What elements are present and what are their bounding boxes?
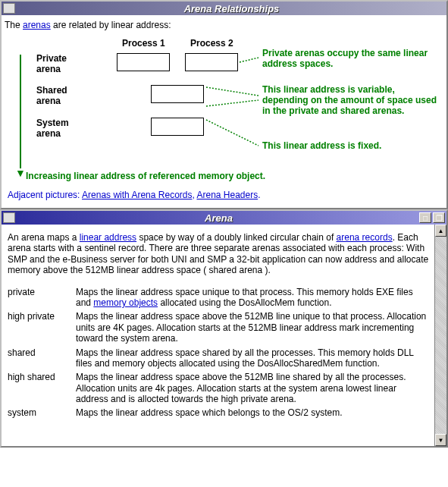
scroll-down-button[interactable]: ▼ xyxy=(435,434,446,446)
restore-button[interactable]: ❐ xyxy=(433,212,445,223)
intro-post: are related by linear address: xyxy=(51,20,171,30)
definition-list: private Maps the linear address space un… xyxy=(8,287,430,419)
window-title: Arena xyxy=(18,212,419,224)
term-shared: shared xyxy=(8,347,76,369)
adj-label: Adjacent pictures: xyxy=(8,190,82,200)
intro-paragraph: An arena maps a linear address space by … xyxy=(8,232,430,276)
memory-objects-link[interactable]: memory objects xyxy=(93,297,158,308)
term-high-private: high private xyxy=(8,311,76,344)
def-system: Maps the linear address space which belo… xyxy=(76,407,430,418)
window-arena: Arena □ ❐ An arena maps a linear address… xyxy=(0,209,448,448)
scroll-up-button[interactable]: ▲ xyxy=(435,225,446,237)
linear-address-link[interactable]: linear address xyxy=(80,232,136,243)
svg-line-3 xyxy=(206,120,258,146)
system-menu-icon[interactable] xyxy=(3,3,15,14)
term-private: private xyxy=(8,287,76,309)
annotation-increasing: Increasing linear address of referenced … xyxy=(26,171,265,182)
term-high-shared: high shared xyxy=(8,372,76,404)
svg-line-2 xyxy=(206,100,258,106)
def-shared: Maps the linear address space shared by … xyxy=(76,347,430,369)
def-high-shared: Maps the linear address space above the … xyxy=(76,372,430,404)
inner-body: An arena maps a linear address space by … xyxy=(2,225,446,446)
content-area: An arena maps a linear address space by … xyxy=(2,225,434,446)
scroll-track[interactable] xyxy=(435,237,446,434)
annotation-private: Private arenas occupy the same linear ad… xyxy=(262,49,433,70)
term-system: system xyxy=(8,407,76,418)
titlebar-buttons: □ ❐ xyxy=(419,212,445,223)
adj-link-1[interactable]: Arenas with Arena Records xyxy=(82,190,192,200)
adj-end: . xyxy=(258,190,260,200)
titlebar: Arena Relationships xyxy=(2,2,446,15)
maximize-button[interactable]: □ xyxy=(419,212,431,223)
arena-records-link[interactable]: arena records xyxy=(337,232,393,243)
annotation-fixed: This linear address is fixed. xyxy=(262,141,433,152)
arenas-link[interactable]: arenas xyxy=(23,20,51,30)
arena-diagram: ▼ Process 1 Process 2 Private arena Shar… xyxy=(5,38,443,190)
p-a: An arena maps a xyxy=(8,232,80,243)
adj-link-2[interactable]: Arena Headers xyxy=(196,190,258,200)
def-private: Maps the linear address space unique to … xyxy=(76,287,430,309)
titlebar: Arena □ ❐ xyxy=(2,211,446,225)
window-arena-relationships: Arena Relationships The arenas are relat… xyxy=(0,0,448,209)
adjacent-pictures: Adjacent pictures: Arenas with Arena Rec… xyxy=(5,190,443,205)
window-title: Arena Relationships xyxy=(18,3,445,14)
vertical-scrollbar[interactable]: ▲ ▼ xyxy=(434,225,446,446)
def-high-private: Maps the linear address space above the … xyxy=(76,311,430,344)
svg-line-0 xyxy=(240,58,258,62)
content-area: The arenas are related by linear address… xyxy=(2,15,446,208)
system-menu-icon[interactable] xyxy=(3,212,15,223)
annotation-variable: This linear address is variable, dependi… xyxy=(262,85,437,116)
intro-text: The arenas are related by linear address… xyxy=(5,20,443,30)
def-private-post: allocated using the DosAllocMem function… xyxy=(158,297,331,308)
svg-line-1 xyxy=(206,87,258,96)
p-b: space by way of a doubly linked circular… xyxy=(136,232,336,243)
intro-pre: The xyxy=(5,20,23,30)
